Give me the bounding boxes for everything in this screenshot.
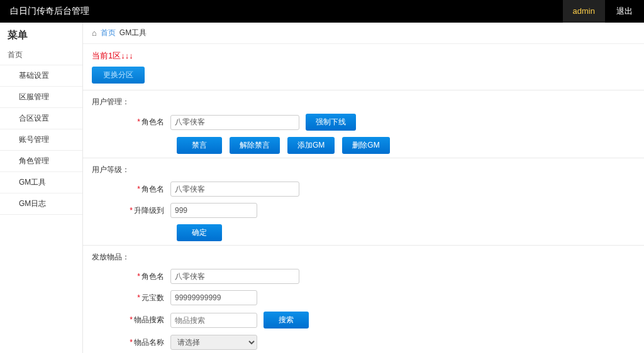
main-content: ⌂ 首页 GM工具 当前1区↓↓↓ 更换分区 用户管理： *角色名 强制下线 禁… bbox=[83, 23, 644, 353]
sidebar: 菜单 首页 基础设置 区服管理 合区设置 账号管理 角色管理 GM工具 GM日志 bbox=[0, 23, 83, 353]
breadcrumb: ⌂ 首页 GM工具 bbox=[83, 23, 644, 44]
item-search-input[interactable] bbox=[170, 313, 257, 328]
item-name-label: 物品名称 bbox=[134, 338, 164, 347]
sidebar-item-zone-manage[interactable]: 区服管理 bbox=[0, 86, 82, 108]
app-title: 白日门传奇后台管理 bbox=[10, 6, 89, 17]
section-user-level: 用户等级： *角色名 *升降级到 确定 bbox=[83, 158, 644, 245]
gold-label: 元宝数 bbox=[142, 293, 164, 302]
confirm-level-button[interactable]: 确定 bbox=[177, 224, 222, 241]
sidebar-item-basic-settings[interactable]: 基础设置 bbox=[0, 65, 82, 87]
level-input[interactable] bbox=[170, 203, 257, 218]
section-user-level-title: 用户等级： bbox=[92, 165, 635, 175]
section-user-manage: 用户管理： *角色名 强制下线 禁言 解除禁言 添加GM 删除GM bbox=[83, 90, 644, 158]
admin-link[interactable]: admin bbox=[563, 0, 605, 23]
topbar: 白日门传奇后台管理 admin 退出 bbox=[0, 0, 644, 23]
logout-link[interactable]: 退出 bbox=[605, 0, 644, 23]
sidebar-item-merge-settings[interactable]: 合区设置 bbox=[0, 107, 82, 129]
ban-button[interactable]: 禁言 bbox=[177, 137, 222, 154]
sidebar-home[interactable]: 首页 bbox=[0, 46, 82, 65]
role-name-input-1[interactable] bbox=[170, 115, 299, 130]
gold-input[interactable] bbox=[170, 290, 257, 305]
role-name-input-3[interactable] bbox=[170, 269, 299, 284]
force-offline-button[interactable]: 强制下线 bbox=[306, 114, 356, 131]
breadcrumb-current: GM工具 bbox=[119, 28, 147, 38]
sidebar-item-gm-logs[interactable]: GM日志 bbox=[0, 193, 82, 215]
sidebar-menu-title: 菜单 bbox=[0, 23, 82, 46]
delete-gm-button[interactable]: 删除GM bbox=[342, 137, 389, 154]
home-icon: ⌂ bbox=[92, 28, 97, 38]
sidebar-item-gm-tools[interactable]: GM工具 bbox=[0, 171, 82, 193]
current-zone-status: 当前1区↓↓↓ bbox=[83, 44, 644, 64]
role-name-label-1: 角色名 bbox=[142, 117, 164, 126]
level-label: 升降级到 bbox=[134, 206, 164, 215]
role-name-input-2[interactable] bbox=[170, 182, 299, 197]
section-send-items: 发放物品： *角色名 *元宝数 *物品搜索 搜索 *物品名称 请选择 bbox=[83, 245, 644, 353]
unban-button[interactable]: 解除禁言 bbox=[230, 137, 280, 154]
section-send-items-title: 发放物品： bbox=[92, 252, 635, 263]
item-search-button[interactable]: 搜索 bbox=[264, 312, 309, 329]
sidebar-item-role-manage[interactable]: 角色管理 bbox=[0, 150, 82, 172]
role-name-label-2: 角色名 bbox=[142, 185, 164, 193]
item-name-select[interactable]: 请选择 bbox=[170, 335, 257, 350]
sidebar-item-account-manage[interactable]: 账号管理 bbox=[0, 129, 82, 151]
add-gm-button[interactable]: 添加GM bbox=[287, 137, 335, 154]
switch-zone-button[interactable]: 更换分区 bbox=[92, 67, 145, 84]
breadcrumb-home[interactable]: 首页 bbox=[101, 28, 116, 38]
item-search-label: 物品搜索 bbox=[134, 315, 164, 324]
role-name-label-3: 角色名 bbox=[142, 272, 164, 281]
section-user-manage-title: 用户管理： bbox=[92, 97, 635, 107]
